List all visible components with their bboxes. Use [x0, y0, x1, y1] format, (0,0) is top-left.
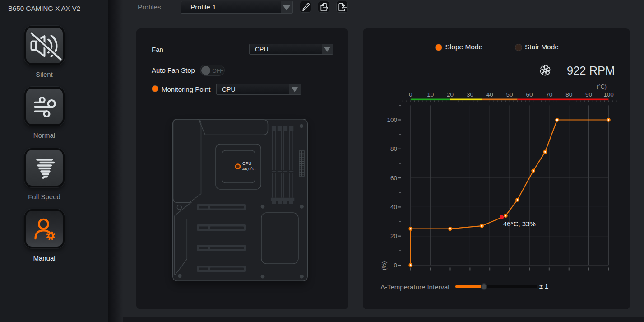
svg-text:60: 60: [526, 91, 533, 98]
svg-text:20: 20: [390, 233, 397, 239]
svg-text:60: 60: [390, 175, 397, 182]
svg-text:100: 100: [387, 117, 397, 123]
svg-text:46,0°C: 46,0°C: [242, 166, 255, 171]
svg-text:80: 80: [390, 145, 397, 152]
svg-text:20: 20: [447, 91, 454, 98]
svg-text:100: 100: [603, 91, 614, 98]
svg-text:CPU: CPU: [242, 161, 251, 166]
svg-text:90: 90: [585, 91, 592, 98]
svg-text:80: 80: [565, 91, 572, 98]
svg-text:40: 40: [390, 204, 397, 210]
svg-text:46°C, 33%: 46°C, 33%: [503, 220, 536, 228]
svg-text:0: 0: [409, 91, 412, 98]
svg-text:(%): (%): [381, 261, 387, 270]
svg-text:40: 40: [486, 91, 493, 98]
svg-text:(°C): (°C): [597, 84, 607, 90]
svg-text:30: 30: [467, 91, 473, 98]
svg-text:50: 50: [506, 91, 513, 98]
svg-text:10: 10: [427, 91, 434, 98]
svg-text:0: 0: [394, 262, 397, 269]
svg-text:70: 70: [546, 91, 552, 98]
